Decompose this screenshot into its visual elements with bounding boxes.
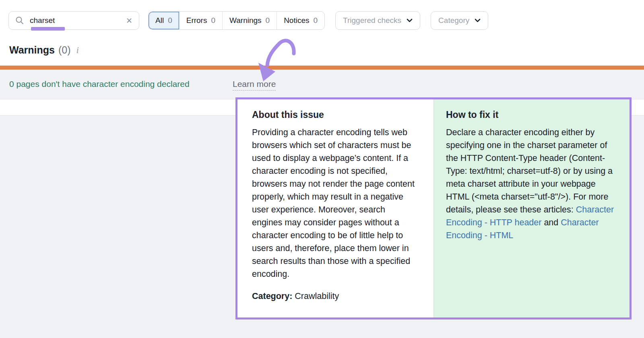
chevron-down-icon bbox=[407, 19, 413, 23]
filter-toolbar: ✕ All 0 Errors 0 Warnings 0 Notices 0 Tr… bbox=[8, 11, 488, 30]
tab-warnings[interactable]: Warnings 0 bbox=[222, 12, 277, 29]
fix-title: How to fix it bbox=[446, 109, 618, 120]
severity-tabs: All 0 Errors 0 Warnings 0 Notices 0 bbox=[148, 11, 325, 30]
warnings-section-heading: Warnings (0) i bbox=[9, 44, 79, 56]
tab-all[interactable]: All 0 bbox=[149, 12, 179, 29]
about-title: About this issue bbox=[252, 109, 423, 120]
triggered-checks-dropdown[interactable]: Triggered checks bbox=[335, 11, 420, 30]
issue-title: 0 pages don't have character encoding de… bbox=[9, 79, 190, 89]
category-dropdown[interactable]: Category bbox=[431, 11, 488, 30]
category-value: Crawlability bbox=[292, 291, 339, 301]
issue-row: 0 pages don't have character encoding de… bbox=[0, 70, 644, 99]
info-icon[interactable]: i bbox=[76, 45, 79, 56]
tab-warnings-label: Warnings bbox=[229, 16, 262, 25]
category-dropdown-label: Category bbox=[438, 16, 469, 25]
issue-category: Category: Crawlability bbox=[252, 291, 423, 301]
warnings-accent-bar bbox=[0, 66, 644, 70]
tab-errors-count: 0 bbox=[211, 16, 215, 25]
clear-search-icon[interactable]: ✕ bbox=[125, 16, 133, 25]
section-title: Warnings bbox=[9, 44, 55, 56]
issue-details-popup: About this issue Providing a character e… bbox=[235, 97, 632, 319]
search-input[interactable] bbox=[29, 16, 125, 25]
fix-text-body: Declare a character encoding either by s… bbox=[446, 128, 613, 214]
how-to-fix-panel: How to fix it Declare a character encodi… bbox=[434, 99, 630, 317]
tab-errors[interactable]: Errors 0 bbox=[179, 12, 222, 29]
triggered-checks-label: Triggered checks bbox=[343, 16, 401, 25]
about-text: Providing a character encoding tells web… bbox=[252, 126, 418, 280]
section-count: (0) bbox=[58, 44, 71, 56]
chevron-down-icon bbox=[475, 19, 481, 23]
search-term-highlight-annotation bbox=[31, 27, 65, 31]
tab-warnings-count: 0 bbox=[266, 16, 270, 25]
tab-notices-count: 0 bbox=[314, 16, 318, 25]
tab-all-label: All bbox=[155, 16, 164, 25]
tab-notices-label: Notices bbox=[284, 16, 309, 25]
search-icon bbox=[15, 16, 24, 25]
fix-text-and: and bbox=[541, 218, 561, 227]
about-this-issue-panel: About this issue Providing a character e… bbox=[237, 99, 434, 317]
category-label: Category: bbox=[252, 291, 292, 301]
learn-more-link[interactable]: Learn more bbox=[233, 79, 276, 91]
tab-notices[interactable]: Notices 0 bbox=[277, 12, 324, 29]
tab-errors-label: Errors bbox=[186, 16, 207, 25]
fix-text: Declare a character encoding either by s… bbox=[446, 126, 620, 242]
tab-all-count: 0 bbox=[168, 16, 172, 25]
search-box[interactable]: ✕ bbox=[8, 11, 139, 30]
